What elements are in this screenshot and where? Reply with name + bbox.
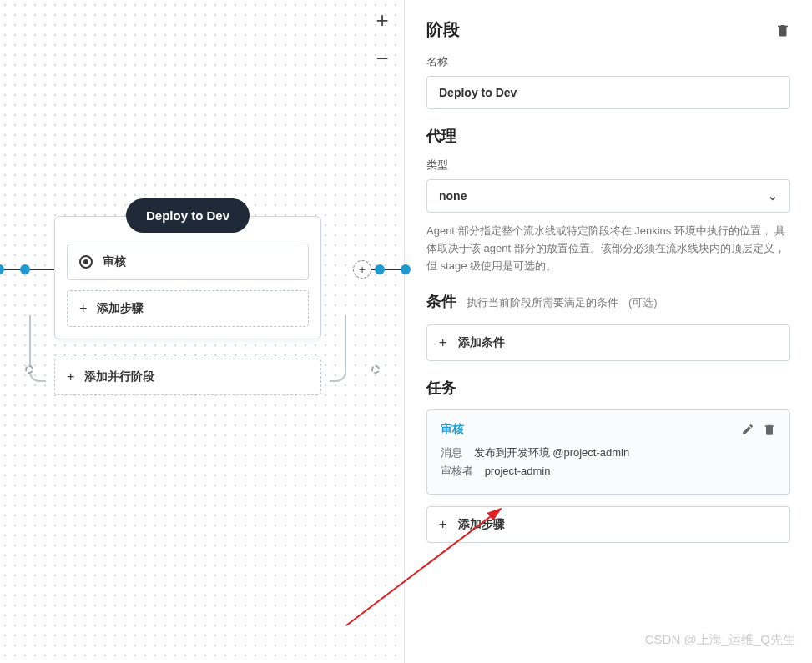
add-stage-button[interactable]: + xyxy=(353,260,371,279)
task-reviewer-value: project-admin xyxy=(485,465,551,477)
agent-type-select[interactable]: none ⌄ xyxy=(426,179,790,213)
parallel-node-dot xyxy=(25,365,33,374)
properties-panel: 阶段 名称 代理 类型 none ⌄ Agent 部分指定整个流水线或特定阶段将… xyxy=(405,0,812,663)
plus-icon: + xyxy=(67,369,74,384)
conditions-optional: (可选) xyxy=(628,295,658,310)
delete-icon[interactable] xyxy=(763,423,776,436)
add-condition-button[interactable]: + 添加条件 xyxy=(426,324,790,361)
conditions-desc: 执行当前阶段所需要满足的条件 xyxy=(467,295,618,310)
task-message-value: 发布到开发环境 @project-admin xyxy=(474,446,630,459)
agent-type-value: none xyxy=(439,189,467,203)
watermark: CSDN @上海_运维_Q先生 xyxy=(645,632,795,648)
plus-icon: + xyxy=(79,301,87,316)
name-label: 名称 xyxy=(426,54,790,69)
task-card[interactable]: 审核 消息 发布到开发环境 @project-admin 审核者 project… xyxy=(426,409,790,495)
chevron-down-icon: ⌄ xyxy=(768,189,778,203)
tasks-title: 任务 xyxy=(426,378,790,398)
radio-selected-icon xyxy=(79,255,93,269)
pipeline-canvas[interactable]: + − + Deploy to Dev 审核 + 添加步 xyxy=(0,0,405,663)
add-condition-label: 添加条件 xyxy=(458,335,505,350)
node-dot xyxy=(0,264,4,274)
task-message-label: 消息 xyxy=(441,446,462,459)
step-label: 审核 xyxy=(103,254,126,269)
plus-icon: + xyxy=(439,335,446,350)
delete-icon[interactable] xyxy=(775,22,790,38)
conditions-title: 条件 xyxy=(426,291,456,311)
add-parallel-stage-button[interactable]: + 添加并行阶段 xyxy=(54,359,321,395)
zoom-in-button[interactable]: + xyxy=(371,8,394,32)
panel-stage-title: 阶段 xyxy=(426,18,460,41)
edit-icon[interactable] xyxy=(741,423,754,436)
node-dot xyxy=(20,264,30,274)
stage-title-pill[interactable]: Deploy to Dev xyxy=(126,198,250,233)
agent-help-text: Agent 部分指定整个流水线或特定阶段将在 Jenkins 环境中执行的位置，… xyxy=(426,223,790,274)
task-reviewer-label: 审核者 xyxy=(441,465,473,477)
plus-icon: + xyxy=(439,517,446,532)
parallel-node-dot xyxy=(371,365,380,374)
zoom-out-button[interactable]: − xyxy=(371,47,394,70)
add-parallel-label: 添加并行阶段 xyxy=(84,369,154,384)
add-task-step-label: 添加步骤 xyxy=(458,517,505,532)
agent-type-label: 类型 xyxy=(426,158,790,173)
agent-section-title: 代理 xyxy=(426,126,790,146)
node-dot xyxy=(401,264,411,274)
add-task-step-button[interactable]: + 添加步骤 xyxy=(426,506,790,543)
stage-name-input[interactable] xyxy=(426,76,790,109)
add-step-label: 添加步骤 xyxy=(97,301,144,316)
node-dot xyxy=(375,264,385,274)
step-item[interactable]: 审核 xyxy=(67,244,309,280)
task-name: 审核 xyxy=(441,422,464,437)
